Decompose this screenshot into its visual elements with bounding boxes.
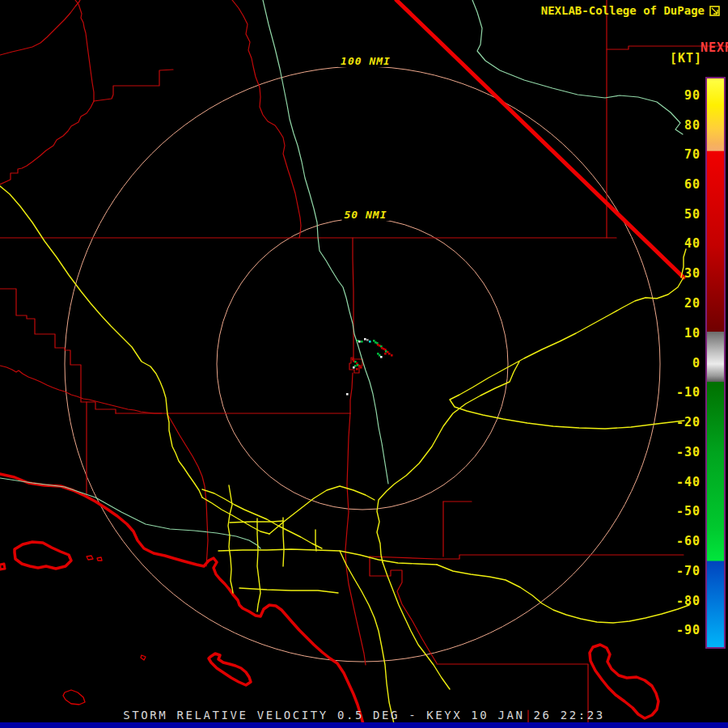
colorbar-tick: 20 xyxy=(652,298,700,309)
road-line xyxy=(218,549,437,565)
colorbar-tick: -70 xyxy=(652,565,700,577)
county-line xyxy=(0,0,80,55)
county-line xyxy=(0,289,116,413)
product-code-label: NEXR xyxy=(700,40,728,55)
county-line xyxy=(370,555,684,559)
velocity-echo-pixel xyxy=(380,356,383,358)
product-title: STORM RELATIVE VELOCITY 0.5 DEG - KEYX 1… xyxy=(0,709,728,722)
road-line xyxy=(450,277,684,429)
county-line xyxy=(94,70,173,101)
colorbar-tick: -50 xyxy=(652,506,700,517)
coast-line xyxy=(87,556,93,560)
colorbar-tick: 90 xyxy=(652,90,700,101)
road-line xyxy=(269,486,375,534)
colorbar-tick: 30 xyxy=(652,268,700,279)
colorbar-tick: -60 xyxy=(652,535,700,547)
coast-line xyxy=(141,655,146,660)
river-line xyxy=(263,0,388,484)
colorbar-tick: -10 xyxy=(652,387,700,398)
colorbar-tick: -90 xyxy=(652,624,700,636)
range-ring-label: 100 NMI xyxy=(338,55,393,67)
units-label: [KT] xyxy=(670,51,702,66)
county-line xyxy=(345,413,366,665)
velocity-colorbar xyxy=(705,77,726,649)
road-line xyxy=(0,186,202,497)
coast-line xyxy=(15,542,71,569)
road-line xyxy=(239,588,338,593)
velocity-echo-pixel xyxy=(384,353,387,355)
road-line xyxy=(377,362,519,562)
road-line xyxy=(257,518,260,612)
county-line xyxy=(353,238,353,358)
footer-bar xyxy=(0,722,728,728)
colorbar-tick: 60 xyxy=(652,179,700,190)
colorbar-tick: 40 xyxy=(652,238,700,249)
road-line xyxy=(315,530,316,551)
colorbar-tick: 80 xyxy=(652,120,700,131)
border-line xyxy=(396,0,684,277)
colorbar-tick: -40 xyxy=(652,476,700,488)
county-line xyxy=(75,0,94,101)
velocity-echo-pixel xyxy=(364,338,366,341)
road-line xyxy=(230,521,283,523)
velocity-echo-pixel xyxy=(388,353,391,355)
velocity-echo-pixel xyxy=(369,341,371,343)
brand-text: NEXLAB-College of DuPage xyxy=(541,4,705,17)
river-line xyxy=(0,478,260,548)
colorbar-tick: 10 xyxy=(652,328,700,339)
velocity-echo-pixel xyxy=(353,366,355,369)
colorbar-tick: 50 xyxy=(652,209,700,220)
county-line xyxy=(350,373,353,413)
river-line xyxy=(472,0,683,134)
county-line xyxy=(0,101,94,184)
county-line xyxy=(167,414,208,566)
colorbar-tick: -80 xyxy=(652,595,700,607)
coast-line xyxy=(590,645,658,718)
coast-line xyxy=(209,654,251,685)
colorbar-tick: 0 xyxy=(652,358,700,369)
county-line xyxy=(232,0,301,238)
velocity-echo-pixel xyxy=(356,368,358,370)
range-ring-label: 50 NMI xyxy=(342,209,390,221)
brand-title: NEXLAB-College of DuPage xyxy=(541,4,720,17)
velocity-echo-pixel xyxy=(391,354,393,357)
velocity-echo-pixel xyxy=(346,393,349,396)
velocity-echo-pixel xyxy=(361,341,363,343)
colorbar-tick: -20 xyxy=(652,417,700,428)
coast-line xyxy=(97,557,102,561)
county-line xyxy=(370,557,437,663)
velocity-echo-pixel xyxy=(360,366,362,369)
velocity-echo-pixel xyxy=(358,341,361,343)
road-line xyxy=(383,562,450,689)
road-line xyxy=(283,518,284,566)
road-line xyxy=(202,489,322,548)
radar-map xyxy=(0,0,728,728)
colorbar-tick: -30 xyxy=(652,447,700,458)
radar-display: 100 NMI50 NMI NEXLAB-College of DuPage N… xyxy=(0,0,728,728)
coast-line xyxy=(63,690,85,705)
dupage-logo-icon xyxy=(709,6,720,16)
coast-line xyxy=(0,564,5,569)
colorbar-tick: 70 xyxy=(652,149,700,160)
velocity-echo-pixel xyxy=(366,339,369,341)
